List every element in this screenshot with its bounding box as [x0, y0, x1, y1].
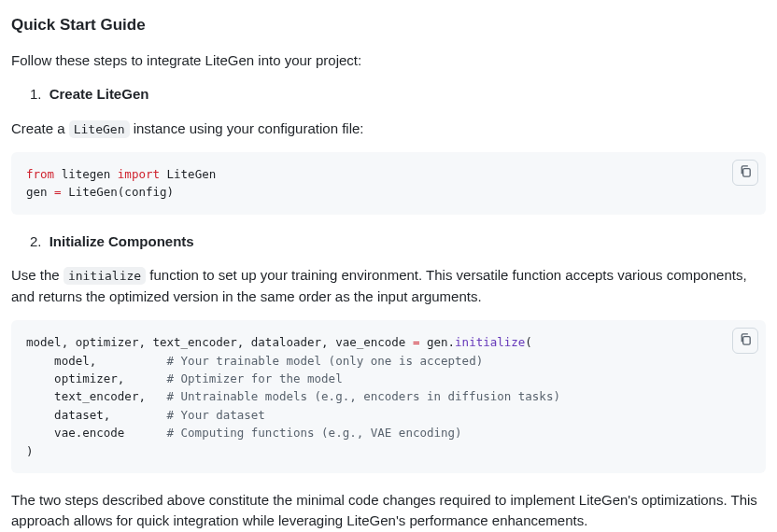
step-1-number: 1. — [30, 86, 42, 102]
intro-paragraph: Follow these steps to integrate LiteGen … — [11, 50, 766, 72]
copy-icon — [739, 332, 753, 349]
step-1-label: Create LiteGen — [49, 86, 149, 102]
code-block-2-content: model, optimizer, text_encoder, dataload… — [26, 333, 751, 460]
closing-paragraph: The two steps described above constitute… — [11, 490, 766, 532]
step-1-desc-post: instance using your configuration file: — [130, 120, 364, 136]
litegen-inline-code: LiteGen — [69, 120, 130, 138]
page-title: Quick Start Guide — [11, 13, 766, 37]
step-1-heading: 1. Create LiteGen — [11, 84, 766, 105]
svg-rect-1 — [742, 337, 750, 344]
initialize-inline-code: initialize — [64, 267, 146, 285]
svg-rect-0 — [742, 169, 750, 176]
copy-icon — [739, 164, 753, 181]
code-block-1-content: from litegen import LiteGen gen = LiteGe… — [26, 165, 751, 202]
step-2-description: Use the initialize function to set up yo… — [11, 265, 766, 307]
code-block-2: model, optimizer, text_encoder, dataload… — [11, 320, 766, 473]
step-2-label: Initialize Components — [49, 233, 194, 249]
step-1-description: Create a LiteGen instance using your con… — [11, 119, 766, 140]
copy-button[interactable] — [732, 160, 758, 186]
step-2-desc-pre: Use the — [11, 267, 64, 283]
step-2-heading: 2. Initialize Components — [11, 231, 766, 253]
code-block-1: from litegen import LiteGen gen = LiteGe… — [11, 152, 766, 215]
step-1-desc-pre: Create a — [11, 120, 69, 136]
copy-button[interactable] — [732, 328, 758, 354]
step-2-number: 2. — [30, 233, 42, 249]
